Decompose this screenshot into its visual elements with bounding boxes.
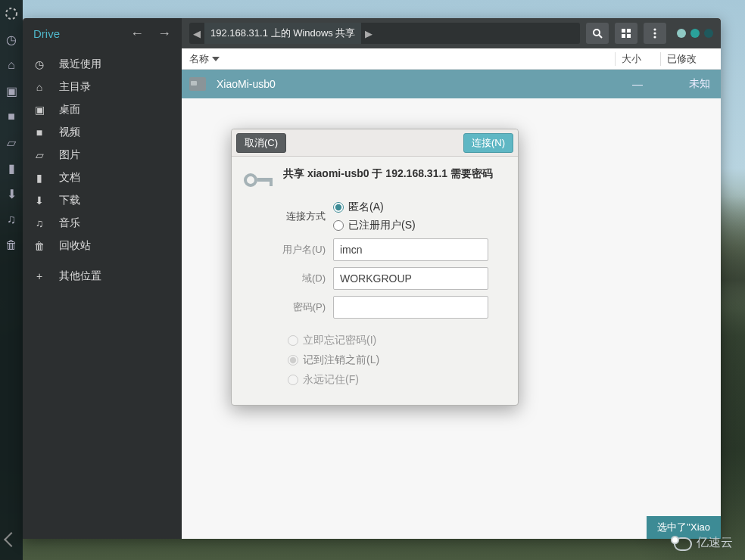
sidebar-item-documents[interactable]: ▮文档 bbox=[23, 166, 182, 189]
path-next-icon[interactable]: ▶ bbox=[361, 28, 376, 39]
sidebar-label: 音乐 bbox=[59, 216, 80, 230]
app-title: Drive bbox=[33, 27, 120, 40]
svg-point-1 bbox=[594, 30, 600, 36]
doc-icon[interactable]: ▮ bbox=[4, 160, 19, 176]
file-name: XiaoMi-usb0 bbox=[217, 78, 615, 90]
radio-forever-input[interactable] bbox=[288, 375, 298, 385]
display-icon[interactable]: ▣ bbox=[4, 83, 19, 98]
video-icon: ■ bbox=[33, 126, 45, 138]
svg-rect-5 bbox=[622, 34, 625, 38]
clock-icon[interactable]: ◷ bbox=[4, 32, 19, 47]
camera-icon[interactable]: ■ bbox=[4, 109, 19, 124]
sidebar-item-trash[interactable]: 🗑回收站 bbox=[23, 235, 182, 257]
file-row-selected[interactable]: XiaoMi-usb0 — 未知 bbox=[182, 70, 721, 98]
search-button[interactable] bbox=[586, 23, 609, 44]
svg-point-7 bbox=[653, 28, 656, 30]
cancel-button[interactable]: 取消(C) bbox=[236, 133, 286, 153]
username-input[interactable] bbox=[333, 238, 488, 261]
sidebar-label: 主目录 bbox=[59, 80, 91, 94]
recent-icon: ◷ bbox=[33, 58, 45, 70]
forward-button[interactable]: → bbox=[154, 26, 174, 42]
radio-registered[interactable]: 已注册用户(S) bbox=[333, 219, 416, 232]
remember-options: 立即忘记密码(I) 记到注销之前(L) 永远记住(F) bbox=[288, 334, 506, 387]
sidebar-header: Drive ← → bbox=[23, 18, 182, 48]
sidebar-label: 图片 bbox=[59, 148, 80, 162]
home-icon[interactable]: ⌂ bbox=[4, 58, 19, 73]
trash-item-icon: 🗑 bbox=[33, 240, 45, 252]
svg-rect-6 bbox=[627, 34, 631, 38]
music-icon[interactable]: ♫ bbox=[4, 212, 19, 227]
sidebar-item-other-locations[interactable]: +其他位置 bbox=[23, 265, 182, 288]
ubuntu-icon[interactable] bbox=[4, 6, 19, 21]
svg-line-2 bbox=[599, 35, 602, 38]
menu-button[interactable] bbox=[644, 23, 666, 44]
method-label: 连接方式 bbox=[244, 210, 326, 223]
sidebar-label: 桌面 bbox=[59, 103, 80, 117]
col-name[interactable]: 名称 bbox=[189, 52, 615, 66]
sidebar-item-desktop[interactable]: ▣桌面 bbox=[23, 98, 182, 121]
svg-point-9 bbox=[653, 36, 656, 38]
svg-point-0 bbox=[6, 8, 17, 19]
sidebar-item-videos[interactable]: ■视频 bbox=[23, 121, 182, 144]
sort-desc-icon bbox=[212, 57, 220, 61]
toolbar: ◀ 192.168.31.1 上的 Windows 共享 ▶ bbox=[182, 18, 721, 48]
svg-rect-4 bbox=[627, 29, 631, 33]
sidebar-item-music[interactable]: ♫音乐 bbox=[23, 212, 182, 235]
svg-point-8 bbox=[653, 32, 656, 34]
domain-input[interactable] bbox=[333, 267, 488, 290]
window-maximize[interactable] bbox=[690, 29, 700, 38]
sidebar-item-pictures[interactable]: ▱图片 bbox=[23, 144, 182, 166]
plus-icon: + bbox=[33, 270, 45, 282]
sidebar-label: 视频 bbox=[59, 126, 80, 139]
launcher-panel: ◷ ⌂ ▣ ■ ▱ ▮ ⬇ ♫ 🗑 bbox=[0, 0, 23, 560]
radio-registered-input[interactable] bbox=[333, 220, 344, 231]
back-button[interactable]: ← bbox=[127, 26, 147, 42]
watermark-icon bbox=[671, 536, 692, 551]
path-prev-icon[interactable]: ◀ bbox=[189, 28, 204, 39]
trash-icon[interactable]: 🗑 bbox=[4, 238, 19, 253]
connect-button[interactable]: 连接(N) bbox=[463, 133, 513, 153]
pictures-icon: ▱ bbox=[33, 149, 45, 161]
sidebar: Drive ← → ◷最近使用 ⌂主目录 ▣桌面 ■视频 ▱图片 ▮文档 ⬇下载… bbox=[23, 18, 182, 539]
sidebar-item-recent[interactable]: ◷最近使用 bbox=[23, 53, 182, 76]
window-minimize[interactable] bbox=[677, 29, 686, 38]
sidebar-list: ◷最近使用 ⌂主目录 ▣桌面 ■视频 ▱图片 ▮文档 ⬇下载 ♫音乐 🗑回收站 … bbox=[23, 48, 182, 288]
sidebar-item-downloads[interactable]: ⬇下载 bbox=[23, 189, 182, 212]
sidebar-label: 下载 bbox=[59, 194, 80, 207]
file-size: — bbox=[615, 78, 660, 90]
watermark: 亿速云 bbox=[671, 535, 733, 551]
password-input[interactable] bbox=[333, 296, 488, 319]
sidebar-label: 文档 bbox=[59, 171, 80, 185]
desktop-icon: ▣ bbox=[33, 104, 45, 116]
picture-icon[interactable]: ▱ bbox=[4, 135, 19, 150]
sidebar-label: 回收站 bbox=[59, 239, 91, 253]
col-modified[interactable]: 已修改 bbox=[660, 52, 713, 66]
documents-icon: ▮ bbox=[33, 172, 45, 184]
sidebar-item-home[interactable]: ⌂主目录 bbox=[23, 76, 182, 98]
file-modified: 未知 bbox=[660, 77, 713, 91]
radio-forever[interactable]: 永远记住(F) bbox=[288, 373, 506, 387]
radio-anonymous-input[interactable] bbox=[333, 202, 344, 213]
radio-until-logout[interactable]: 记到注销之前(L) bbox=[288, 353, 506, 367]
radio-logout-input[interactable] bbox=[288, 355, 298, 366]
downloads-icon: ⬇ bbox=[33, 194, 45, 207]
view-grid-button[interactable] bbox=[615, 23, 637, 44]
window-controls bbox=[677, 29, 713, 38]
download-icon[interactable]: ⬇ bbox=[4, 186, 19, 201]
radio-anonymous[interactable]: 匿名(A) bbox=[333, 201, 416, 214]
radio-forget-input[interactable] bbox=[288, 335, 298, 346]
key-icon bbox=[244, 170, 273, 190]
path-bar[interactable]: ◀ 192.168.31.1 上的 Windows 共享 ▶ bbox=[189, 23, 580, 44]
col-size[interactable]: 大小 bbox=[615, 52, 660, 66]
folder-icon bbox=[189, 77, 206, 91]
path-location[interactable]: 192.168.31.1 上的 Windows 共享 bbox=[204, 23, 361, 44]
status-text: 选中了"Xiao bbox=[657, 521, 710, 534]
launcher-collapse-icon[interactable] bbox=[4, 532, 19, 547]
username-label: 用户名(U) bbox=[244, 243, 326, 257]
svg-rect-3 bbox=[622, 29, 625, 33]
music-item-icon: ♫ bbox=[33, 217, 45, 229]
home-icon: ⌂ bbox=[33, 81, 45, 93]
window-close[interactable] bbox=[704, 29, 713, 38]
radio-forget-now[interactable]: 立即忘记密码(I) bbox=[288, 334, 506, 347]
sidebar-label: 其他位置 bbox=[59, 269, 101, 283]
